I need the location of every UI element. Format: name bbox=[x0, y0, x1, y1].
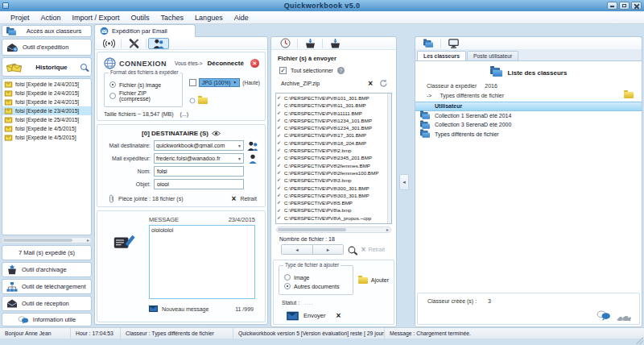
connection-antenna-button[interactable] bbox=[98, 38, 119, 49]
workstation-button[interactable] bbox=[443, 38, 464, 49]
check-icon[interactable]: ✓ bbox=[277, 169, 283, 177]
check-icon[interactable]: ✓ bbox=[277, 162, 283, 169]
collapse-panel-button[interactable]: ◄ bbox=[399, 174, 409, 190]
check-icon[interactable]: ✓ bbox=[277, 139, 283, 147]
sidebar-item-info[interactable]: Information utile bbox=[2, 313, 92, 326]
scroll-right-arrow-icon[interactable]: ► bbox=[386, 227, 390, 233]
search-history-icon[interactable] bbox=[80, 64, 87, 70]
menu-item[interactable]: Taches bbox=[155, 13, 190, 23]
file-row[interactable]: ✓ C:\PERSPECTIVE\PV8\2femmes.BMP bbox=[277, 162, 386, 169]
size-more-button[interactable]: (...) bbox=[180, 111, 189, 117]
check-icon[interactable]: ✓ bbox=[277, 199, 283, 206]
tab-poste-utilisateur[interactable]: Poste utilisateur bbox=[467, 51, 518, 60]
check-icon[interactable]: ✓ bbox=[277, 192, 283, 199]
file-row[interactable]: ✓ C:\PERSPECTIVE\PV8\3.bmp bbox=[277, 177, 386, 184]
classeur-item[interactable]: Collection 1 SerenaD été 2014 bbox=[415, 111, 642, 121]
menu-item[interactable]: Import / Export bbox=[67, 13, 126, 23]
file-row[interactable]: ✓ C:\PERSPECTIVE\PV8\101_301.BMP bbox=[277, 94, 386, 102]
minimize-button[interactable] bbox=[607, 2, 617, 10]
scroll-right-arrow-icon[interactable]: ► bbox=[86, 238, 90, 243]
recipients-people-icon[interactable] bbox=[247, 141, 258, 151]
select-all-checkbox[interactable]: ✓ bbox=[279, 67, 287, 74]
check-icon[interactable]: ✓ bbox=[277, 94, 283, 102]
file-row[interactable]: ✓ C:\PERSPECTIVE\PV8\a.bmp bbox=[277, 206, 386, 214]
menu-item[interactable]: Action bbox=[35, 13, 67, 23]
zip-radio[interactable] bbox=[190, 98, 196, 103]
sidebar-item-archive-tool[interactable]: Outil d'archivage bbox=[2, 262, 92, 277]
file-row[interactable]: ✓ C:\PERSPECTIVE\PV8\A_propos.~ddp bbox=[277, 222, 386, 224]
cancel-send-x-icon[interactable]: × bbox=[336, 313, 341, 319]
contacts-button[interactable] bbox=[148, 38, 169, 49]
sidebar-item-expedition-tool[interactable]: Outil d'expédition bbox=[2, 39, 92, 56]
check-icon[interactable]: ✓ bbox=[277, 102, 283, 109]
send-button[interactable]: Envoyer × bbox=[288, 312, 386, 319]
archive-remove-x-icon[interactable]: × bbox=[368, 81, 373, 87]
zip-folder-icon[interactable] bbox=[198, 98, 208, 104]
jpg-checkbox[interactable] bbox=[189, 79, 196, 86]
file-row[interactable]: ✓ C:\PERSPECTIVE\PV8\2.bmp bbox=[277, 147, 386, 154]
preview-search-icon[interactable] bbox=[349, 246, 356, 253]
file-row[interactable]: ✓ C:\PERSPECTIVE\PV8\17_301.BMP bbox=[277, 131, 386, 139]
classeur-item[interactable]: Types différents de fichier bbox=[415, 130, 642, 139]
file-row[interactable]: ✓ C:\PERSPECTIVE\PV8\303_301.BMP bbox=[277, 192, 386, 199]
menu-item[interactable]: Aide bbox=[229, 13, 254, 23]
check-icon[interactable]: ✓ bbox=[277, 132, 283, 139]
history-item[interactable]: folsi [Expédié le 4/5/2015] bbox=[2, 124, 91, 133]
check-icon[interactable]: ✓ bbox=[277, 177, 283, 184]
file-row[interactable]: ✓ C:\PERSPECTIVE\PV8\300_301.BMP bbox=[277, 185, 386, 192]
import-box-button[interactable] bbox=[299, 38, 320, 49]
check-icon[interactable]: ✓ bbox=[277, 110, 283, 117]
sender-person-icon[interactable] bbox=[247, 154, 258, 164]
name-input[interactable] bbox=[154, 166, 244, 177]
add-files-button[interactable]: Ajouter bbox=[358, 277, 389, 284]
history-item[interactable]: folsi [Expédié le 23/4/2015] bbox=[2, 106, 91, 115]
scrollbar-thumb[interactable] bbox=[278, 228, 346, 231]
file-row[interactable]: ✓ C:\PERSPECTIVE\PV8\18_204.BMP bbox=[277, 139, 386, 147]
history-clock-button[interactable] bbox=[275, 38, 295, 49]
open-classeur-folder-icon[interactable] bbox=[624, 92, 634, 98]
file-list-horizontal-scrollbar[interactable]: ► bbox=[276, 227, 391, 233]
menu-item[interactable]: Langues bbox=[189, 13, 229, 23]
sidebar-horizontal-scrollbar[interactable]: ► bbox=[2, 237, 92, 243]
sidebar-item-reception-tool[interactable]: Outil de réception bbox=[2, 296, 92, 311]
check-icon[interactable]: ✓ bbox=[277, 155, 283, 162]
history-item[interactable]: folsi [Expédié le 24/4/2015] bbox=[2, 89, 91, 98]
resize-grip[interactable] bbox=[636, 337, 643, 344]
file-row[interactable]: ✓ C:\PERSPECTIVE\PV8\1234_301.BMP bbox=[277, 124, 386, 131]
subject-input[interactable] bbox=[154, 179, 244, 189]
dest-mail-combobox[interactable]: quickworkbook@gmail.com ▼ bbox=[154, 140, 244, 151]
maximize-button[interactable] bbox=[619, 2, 630, 10]
prev-file-button[interactable]: ◄ bbox=[282, 245, 312, 254]
file-row[interactable]: ✓ C:\PERSPECTIVE\PV8\2345_201.BMP bbox=[277, 154, 386, 161]
file-row[interactable]: ✓ C:\PERSPECTIVE\PV8\11_301.BMP bbox=[277, 102, 386, 109]
select-all-label[interactable]: Tout sélectionner bbox=[291, 68, 333, 73]
help-icon[interactable]: ? bbox=[337, 67, 345, 74]
hands-icon[interactable] bbox=[616, 311, 631, 321]
check-icon[interactable]: ✓ bbox=[277, 214, 283, 222]
history-item[interactable]: folsi [Expédié le 4/5/2015] bbox=[2, 133, 91, 142]
check-icon[interactable]: ✓ bbox=[277, 185, 283, 192]
check-icon[interactable]: ✓ bbox=[277, 207, 283, 214]
check-icon[interactable]: ✓ bbox=[277, 117, 283, 124]
file-row[interactable]: ✓ C:\PERSPECTIVE\PV8\5.BMP bbox=[277, 199, 386, 206]
classeurs-button[interactable] bbox=[418, 38, 439, 49]
file-row[interactable]: ✓ C:\PERSPECTIVE\PV8\A_propos.~cpp bbox=[277, 214, 386, 222]
new-message-envelope-icon[interactable] bbox=[149, 306, 158, 312]
history-item[interactable]: folsi [Expédié le 24/4/2015] bbox=[2, 80, 91, 89]
radio-icon[interactable] bbox=[284, 274, 291, 281]
eye-icon[interactable] bbox=[212, 131, 221, 136]
file-row[interactable]: ✓ C:\PERSPECTIVE\PV8\11111.BMP bbox=[277, 110, 386, 117]
check-icon[interactable]: ✓ bbox=[277, 124, 283, 131]
sender-mail-combobox[interactable]: frederic.folsi@wanadoo.fr ▼ bbox=[154, 153, 244, 164]
file-list-vertical-scrollbar[interactable] bbox=[387, 94, 391, 223]
export-box-button[interactable] bbox=[324, 38, 345, 49]
menu-item[interactable]: Outils bbox=[126, 13, 155, 23]
radio-icon[interactable] bbox=[109, 93, 116, 99]
remove-attachment-label[interactable]: Retrait bbox=[240, 196, 257, 202]
jpg-quality-dropdown[interactable]: JPG (100%) ▼ bbox=[199, 78, 240, 87]
history-item[interactable]: folsi [Expédié le 25/4/2015] bbox=[2, 115, 91, 124]
refresh-icon[interactable] bbox=[379, 79, 388, 88]
check-icon[interactable]: ✓ bbox=[277, 222, 283, 224]
new-message-label[interactable]: Nouveau message bbox=[162, 306, 208, 312]
next-file-button[interactable]: ► bbox=[312, 245, 343, 254]
